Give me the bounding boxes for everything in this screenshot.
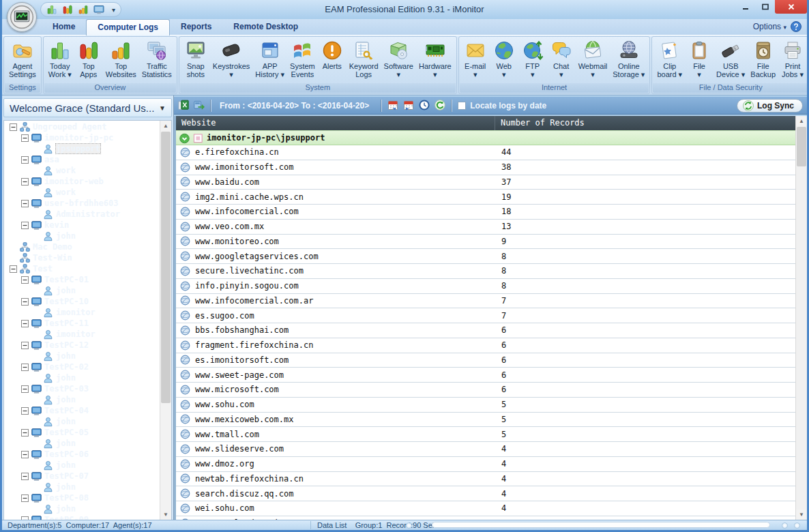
- tree-node-john[interactable]: john: [4, 351, 160, 361]
- column-header-website[interactable]: Website: [176, 116, 495, 130]
- ribbon-button-usb-device[interactable]: USBDevice ▾: [714, 39, 748, 79]
- maximize-button[interactable]: [755, 0, 775, 14]
- ribbon-button-top-apps[interactable]: TopApps: [74, 39, 103, 79]
- table-row[interactable]: www.sohu.com5: [176, 398, 795, 413]
- tree-node-asa[interactable]: asa: [4, 154, 160, 165]
- tree-expander-icon[interactable]: [21, 429, 29, 437]
- table-row[interactable]: search.discuz.qq.com4: [176, 486, 795, 501]
- table-row[interactable]: secure.livechatinc.com8: [176, 264, 795, 279]
- table-row[interactable]: www.googletagservices.com8: [176, 249, 795, 264]
- tree-node-testpc-05[interactable]: TestPC-05: [4, 427, 160, 438]
- ribbon-button-keystrokes[interactable]: Keystrokes▾: [210, 39, 252, 79]
- ribbon-button-clip-board[interactable]: Clipboard ▾: [654, 39, 685, 79]
- tree-node-mac-demo[interactable]: Mac Demo: [4, 241, 160, 252]
- tree-node-imonitor[interactable]: imonitor: [4, 329, 160, 340]
- tree-node-test-win[interactable]: Test-Win: [4, 252, 160, 263]
- tree-node-testpc-06[interactable]: TestPC-06: [4, 449, 160, 460]
- tree-node-testpc-01[interactable]: TestPC-01: [4, 274, 160, 285]
- user-selector[interactable]: Welcome Grace (Standard Us... ▼: [3, 98, 172, 117]
- tree-node-testpc-12[interactable]: TestPC-12: [4, 340, 160, 351]
- locate-logs-checkbox[interactable]: [458, 102, 466, 110]
- tree-node-user-bfrdhhe603[interactable]: user-bfrdhhe603: [4, 198, 160, 209]
- tree-node-john[interactable]: john: [4, 438, 160, 449]
- app-logo-icon[interactable]: [7, 2, 37, 32]
- ribbon-button-agent-settings[interactable]: AgentSettings: [6, 39, 39, 79]
- tree-scrollbar[interactable]: ▲ ▼: [160, 121, 171, 520]
- export-excel-icon[interactable]: [178, 100, 190, 111]
- table-row[interactable]: www.mexicoweb.com.mx5: [176, 413, 795, 428]
- tree-node-john[interactable]: john: [4, 372, 160, 383]
- ribbon-button-file-backup[interactable]: FileBackup: [748, 39, 778, 79]
- tree-node-work[interactable]: work: [4, 187, 160, 198]
- table-row[interactable]: www.infocomercial.com18: [176, 205, 795, 220]
- table-row[interactable]: www.baidu.com37: [176, 175, 795, 190]
- tree-node-john[interactable]: john: [4, 285, 160, 296]
- tree-scroll-thumb[interactable]: [161, 132, 171, 403]
- tree-node-testpc-10[interactable]: TestPC-10: [4, 296, 160, 307]
- calendar-from-icon[interactable]: [387, 100, 399, 111]
- ribbon-button-alerts[interactable]: Alerts: [318, 39, 347, 71]
- tree-node-work[interactable]: work: [4, 165, 160, 176]
- tree-expander-icon[interactable]: [21, 473, 29, 480]
- table-row[interactable]: fragment.firefoxchina.cn6: [176, 338, 795, 353]
- ribbon-button-web[interactable]: Web▾: [490, 39, 518, 79]
- tree-node-jpsupport[interactable]: jpsupport: [4, 143, 160, 154]
- table-row[interactable]: www.sweet-page.com6: [176, 368, 795, 383]
- tree-node-testpc-04[interactable]: TestPC-04: [4, 405, 160, 416]
- ribbon-button-app-history[interactable]: APPHistory ▾: [252, 39, 287, 79]
- calendar-to-icon[interactable]: [403, 100, 415, 111]
- tree-node-testpc-07[interactable]: TestPC-07: [4, 471, 160, 482]
- table-row[interactable]: info.pinyin.sogou.com8: [176, 279, 795, 294]
- log-sync-button[interactable]: Log Sync: [737, 99, 803, 113]
- ribbon-button-online-storage[interactable]: OnlineStorage ▾: [610, 39, 647, 79]
- scroll-down-icon[interactable]: ▼: [160, 509, 171, 520]
- table-row[interactable]: www.tmall.com5: [176, 427, 795, 442]
- tab-home[interactable]: Home: [42, 19, 86, 35]
- tree-node-testpc-02[interactable]: TestPC-02: [4, 361, 160, 372]
- table-row[interactable]: www.imonitorsoft.com38: [176, 160, 795, 175]
- ribbon-button-file[interactable]: File▾: [685, 39, 714, 79]
- collapse-group-icon[interactable]: [179, 133, 190, 143]
- table-row[interactable]: www.dmoz.org4: [176, 457, 795, 472]
- tree-expander-icon[interactable]: [21, 134, 29, 142]
- tab-remote-desktop[interactable]: Remote Desktop: [222, 19, 309, 35]
- ribbon-button-traffic-statistics[interactable]: TrafficStatistics: [139, 39, 175, 79]
- table-row[interactable]: www.veo.com.mx13: [176, 220, 795, 235]
- tree-node-kevin[interactable]: kevin: [4, 220, 160, 231]
- table-scroll-thumb[interactable]: [797, 127, 806, 166]
- table-group-row[interactable]: imonitor-jp-pc\jpsupport: [176, 130, 795, 145]
- table-scrollbar[interactable]: ▲ ▼: [795, 116, 807, 520]
- tree-expander-icon[interactable]: [21, 385, 29, 393]
- column-header-records[interactable]: Number of Records: [496, 116, 795, 130]
- ribbon-button-system-events[interactable]: SystemEvents: [287, 39, 318, 79]
- table-row[interactable]: es.imonitorsoft.com6: [176, 353, 795, 368]
- ribbon-button-e-mail[interactable]: E-mail▾: [461, 39, 490, 79]
- tree-expander-icon[interactable]: [21, 156, 29, 164]
- ribbon-button-hardware[interactable]: Hardware▾: [416, 39, 454, 79]
- tab-reports[interactable]: Reports: [170, 19, 222, 35]
- table-row[interactable]: e.firefoxchina.cn44: [176, 145, 795, 160]
- tree-node-imonitor[interactable]: imonitor: [4, 307, 160, 318]
- time-filter-icon[interactable]: [419, 100, 430, 111]
- tab-computer-logs[interactable]: Computer Logs: [86, 19, 170, 35]
- tree-expander-icon[interactable]: [21, 276, 29, 284]
- table-row[interactable]: www.infocomercial.com.ar7: [176, 294, 795, 309]
- tree-node-john[interactable]: john: [4, 482, 160, 492]
- table-row[interactable]: bbs.fobshanghai.com6: [176, 323, 795, 338]
- table-row[interactable]: wei.sohu.com4: [176, 501, 795, 516]
- tree-expander-icon[interactable]: [21, 178, 29, 186]
- table-row[interactable]: www.microsoft.com6: [176, 383, 795, 398]
- ribbon-button-keyword-logs[interactable]: KeywordLogs: [347, 39, 381, 79]
- tree-node-john[interactable]: john: [4, 503, 160, 514]
- tree-expander-icon[interactable]: [21, 364, 29, 371]
- tree-node-administrator[interactable]: Administrator: [4, 209, 160, 220]
- tree-node-imonitor-jp-pc[interactable]: imonitor-jp-pc: [4, 132, 160, 143]
- table-row[interactable]: newtab.firefoxchina.cn4: [176, 472, 795, 487]
- refresh-icon[interactable]: [435, 100, 446, 111]
- tree-node-ungrouped-agent[interactable]: Ungrouped Agent: [4, 121, 160, 132]
- tree-expander-icon[interactable]: [10, 265, 17, 273]
- ribbon-button-print-jobs[interactable]: PrintJobs ▾: [778, 39, 807, 79]
- tree-node-john[interactable]: john: [4, 460, 160, 471]
- ribbon-button-snap-shots[interactable]: Snapshots: [181, 39, 210, 79]
- tree-node-testpc-09[interactable]: TestPC-09: [4, 514, 160, 520]
